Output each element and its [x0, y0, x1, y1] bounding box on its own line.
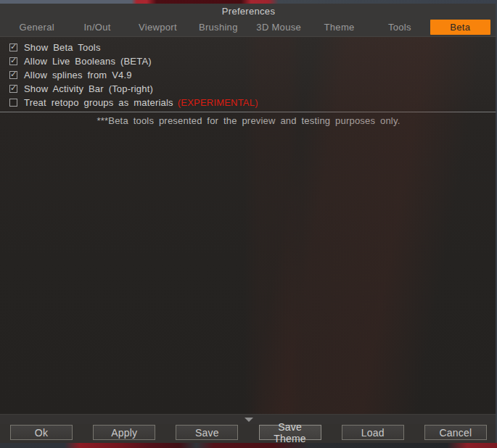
tab-in-out[interactable]: In/Out — [67, 20, 127, 35]
save-theme-button[interactable]: Save Theme — [259, 425, 321, 440]
collapse-arrow-icon[interactable] — [245, 418, 253, 422]
tab-brushing[interactable]: Brushing — [188, 20, 248, 35]
preferences-dialog: Preferences General In/Out Viewport Brus… — [0, 4, 497, 443]
dialog-buttonbar: Ok Apply Save Save Theme Load Cancel — [0, 424, 497, 443]
checkbox-icon[interactable] — [9, 57, 17, 65]
apply-button[interactable]: Apply — [93, 425, 155, 440]
save-button[interactable]: Save — [176, 425, 238, 440]
dialog-title: Preferences — [222, 6, 275, 17]
tab-3d-mouse[interactable]: 3D Mouse — [249, 20, 309, 35]
option-label: Allow splines from V4.9 — [24, 70, 132, 80]
option-show-beta-tools[interactable]: Show Beta Tools — [0, 41, 497, 54]
viewport-background-bottom — [0, 443, 497, 448]
checkbox-icon[interactable] — [9, 99, 17, 107]
beta-disclaimer-note: ***Beta tools presented for the preview … — [0, 115, 497, 126]
experimental-flag: (EXPERIMENTAL) — [178, 97, 258, 108]
checkbox-icon[interactable] — [9, 71, 17, 79]
tab-beta[interactable]: Beta — [430, 20, 490, 35]
section-divider — [0, 112, 497, 112]
option-allow-live-booleans[interactable]: Allow Live Booleans (BETA) — [0, 54, 497, 68]
beta-tab-content: Show Beta Tools Allow Live Booleans (BET… — [0, 37, 497, 414]
tab-viewport[interactable]: Viewport — [128, 20, 188, 35]
checkbox-icon[interactable] — [9, 85, 17, 93]
checkbox-icon[interactable] — [9, 43, 17, 51]
option-label: Show Beta Tools — [24, 42, 101, 53]
option-treat-retopo-groups[interactable]: Treat retopo groups as materials (EXPERI… — [0, 96, 497, 109]
option-label: Allow Live Booleans (BETA) — [24, 56, 152, 67]
resize-handle-strip[interactable] — [0, 414, 497, 424]
dialog-titlebar[interactable]: Preferences — [0, 4, 497, 18]
screen: Preferences General In/Out Viewport Brus… — [0, 0, 497, 448]
option-label: Treat retopo groups as materials — [24, 97, 173, 108]
option-allow-splines-v49[interactable]: Allow splines from V4.9 — [0, 68, 497, 82]
ok-button[interactable]: Ok — [10, 425, 73, 440]
tab-general[interactable]: General — [7, 20, 67, 35]
option-label: Show Activity Bar (Top-right) — [24, 83, 153, 94]
cancel-button[interactable]: Cancel — [424, 425, 487, 440]
load-button[interactable]: Load — [342, 425, 404, 440]
preferences-tabbar: General In/Out Viewport Brushing 3D Mous… — [0, 18, 497, 37]
option-show-activity-bar[interactable]: Show Activity Bar (Top-right) — [0, 82, 497, 96]
tab-tools[interactable]: Tools — [369, 20, 430, 35]
tab-theme[interactable]: Theme — [309, 20, 369, 35]
